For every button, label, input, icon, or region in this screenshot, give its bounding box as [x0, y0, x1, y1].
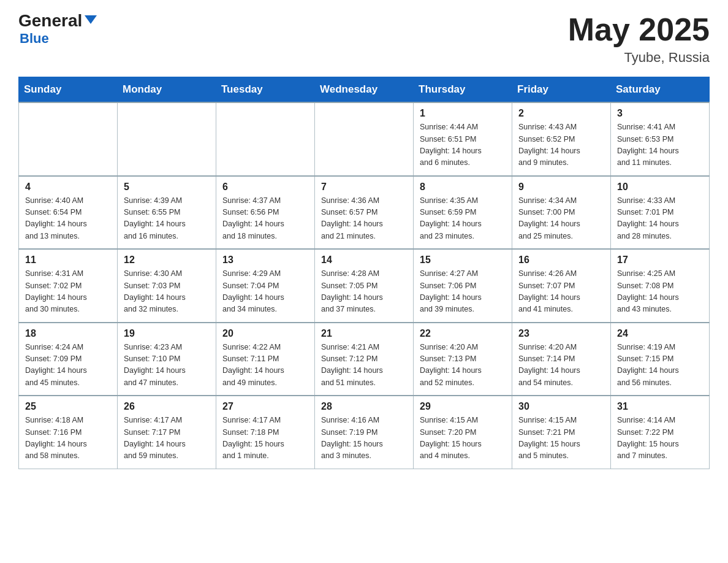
- weekday-header-row: SundayMondayTuesdayWednesdayThursdayFrid…: [19, 77, 710, 103]
- calendar-cell: 1Sunrise: 4:44 AMSunset: 6:51 PMDaylight…: [414, 102, 512, 176]
- day-info: Sunrise: 4:44 AMSunset: 6:51 PMDaylight:…: [420, 121, 506, 169]
- day-number: 1: [420, 108, 506, 119]
- day-info: Sunrise: 4:33 AMSunset: 7:01 PMDaylight:…: [617, 195, 703, 243]
- day-number: 24: [617, 328, 703, 339]
- day-info: Sunrise: 4:28 AMSunset: 7:05 PMDaylight:…: [321, 268, 407, 316]
- calendar-cell: 17Sunrise: 4:25 AMSunset: 7:08 PMDayligh…: [611, 249, 710, 323]
- day-number: 27: [222, 401, 308, 412]
- day-info: Sunrise: 4:41 AMSunset: 6:53 PMDaylight:…: [617, 121, 703, 169]
- day-number: 10: [617, 182, 703, 193]
- day-number: 16: [518, 255, 604, 266]
- weekday-header-thursday: Thursday: [414, 77, 512, 103]
- calendar-cell: 5Sunrise: 4:39 AMSunset: 6:55 PMDaylight…: [118, 176, 216, 250]
- day-info: Sunrise: 4:23 AMSunset: 7:10 PMDaylight:…: [124, 342, 210, 389]
- calendar-cell: 26Sunrise: 4:17 AMSunset: 7:17 PMDayligh…: [118, 396, 216, 469]
- calendar-cell: 7Sunrise: 4:36 AMSunset: 6:57 PMDaylight…: [315, 176, 414, 250]
- day-info: Sunrise: 4:36 AMSunset: 6:57 PMDaylight:…: [321, 195, 407, 243]
- day-number: 25: [25, 401, 111, 412]
- day-info: Sunrise: 4:14 AMSunset: 7:22 PMDaylight:…: [617, 415, 703, 462]
- calendar-cell: 31Sunrise: 4:14 AMSunset: 7:22 PMDayligh…: [611, 396, 710, 469]
- day-info: Sunrise: 4:39 AMSunset: 6:55 PMDaylight:…: [124, 195, 210, 243]
- day-number: 11: [25, 255, 111, 266]
- calendar-cell: 28Sunrise: 4:16 AMSunset: 7:19 PMDayligh…: [315, 396, 414, 469]
- day-info: Sunrise: 4:31 AMSunset: 7:02 PMDaylight:…: [25, 268, 111, 316]
- day-number: 28: [321, 401, 407, 412]
- day-info: Sunrise: 4:30 AMSunset: 7:03 PMDaylight:…: [124, 268, 210, 316]
- calendar-cell: 10Sunrise: 4:33 AMSunset: 7:01 PMDayligh…: [611, 176, 710, 250]
- week-row-2: 4Sunrise: 4:40 AMSunset: 6:54 PMDaylight…: [19, 176, 710, 250]
- day-number: 8: [420, 182, 506, 193]
- logo-blue: Blue: [20, 31, 49, 47]
- day-info: Sunrise: 4:20 AMSunset: 7:13 PMDaylight:…: [420, 342, 506, 389]
- calendar-cell: 16Sunrise: 4:26 AMSunset: 7:07 PMDayligh…: [512, 249, 611, 323]
- calendar-cell: 20Sunrise: 4:22 AMSunset: 7:11 PMDayligh…: [216, 323, 315, 396]
- day-info: Sunrise: 4:43 AMSunset: 6:52 PMDaylight:…: [518, 121, 604, 169]
- day-number: 26: [124, 401, 210, 412]
- day-number: 29: [420, 401, 506, 412]
- weekday-header-tuesday: Tuesday: [216, 77, 315, 103]
- day-number: 3: [617, 108, 703, 119]
- page-header: General Blue May 2025 Tyube, Russia: [18, 12, 710, 66]
- calendar-cell: 13Sunrise: 4:29 AMSunset: 7:04 PMDayligh…: [216, 249, 315, 323]
- day-number: 5: [124, 182, 210, 193]
- day-number: 2: [518, 108, 604, 119]
- day-info: Sunrise: 4:29 AMSunset: 7:04 PMDaylight:…: [222, 268, 308, 316]
- day-number: 4: [25, 182, 111, 193]
- day-number: 12: [124, 255, 210, 266]
- day-info: Sunrise: 4:22 AMSunset: 7:11 PMDaylight:…: [222, 342, 308, 389]
- day-number: 14: [321, 255, 407, 266]
- week-row-5: 25Sunrise: 4:18 AMSunset: 7:16 PMDayligh…: [19, 396, 710, 469]
- day-number: 23: [518, 328, 604, 339]
- logo: General Blue: [18, 12, 97, 47]
- calendar-cell: 29Sunrise: 4:15 AMSunset: 7:20 PMDayligh…: [414, 396, 512, 469]
- calendar-cell: 27Sunrise: 4:17 AMSunset: 7:18 PMDayligh…: [216, 396, 315, 469]
- day-info: Sunrise: 4:25 AMSunset: 7:08 PMDaylight:…: [617, 268, 703, 316]
- day-info: Sunrise: 4:34 AMSunset: 7:00 PMDaylight:…: [518, 195, 604, 243]
- day-number: 9: [518, 182, 604, 193]
- calendar-cell: 19Sunrise: 4:23 AMSunset: 7:10 PMDayligh…: [118, 323, 216, 396]
- calendar-cell: 6Sunrise: 4:37 AMSunset: 6:56 PMDaylight…: [216, 176, 315, 250]
- calendar-cell: 23Sunrise: 4:20 AMSunset: 7:14 PMDayligh…: [512, 323, 611, 396]
- day-info: Sunrise: 4:26 AMSunset: 7:07 PMDaylight:…: [518, 268, 604, 316]
- calendar-cell: 22Sunrise: 4:20 AMSunset: 7:13 PMDayligh…: [414, 323, 512, 396]
- day-number: 17: [617, 255, 703, 266]
- weekday-header-sunday: Sunday: [19, 77, 118, 103]
- calendar-cell: [118, 102, 216, 176]
- day-number: 30: [518, 401, 604, 412]
- calendar-title: May 2025: [568, 12, 710, 47]
- week-row-3: 11Sunrise: 4:31 AMSunset: 7:02 PMDayligh…: [19, 249, 710, 323]
- day-number: 31: [617, 401, 703, 412]
- calendar-cell: 4Sunrise: 4:40 AMSunset: 6:54 PMDaylight…: [19, 176, 118, 250]
- title-block: May 2025 Tyube, Russia: [568, 12, 710, 66]
- calendar-cell: [315, 102, 414, 176]
- day-number: 18: [25, 328, 111, 339]
- day-number: 7: [321, 182, 407, 193]
- calendar-cell: 25Sunrise: 4:18 AMSunset: 7:16 PMDayligh…: [19, 396, 118, 469]
- week-row-4: 18Sunrise: 4:24 AMSunset: 7:09 PMDayligh…: [19, 323, 710, 396]
- day-info: Sunrise: 4:17 AMSunset: 7:18 PMDaylight:…: [222, 415, 308, 462]
- logo-triangle-icon: [85, 15, 97, 24]
- calendar-cell: 15Sunrise: 4:27 AMSunset: 7:06 PMDayligh…: [414, 249, 512, 323]
- calendar-cell: 18Sunrise: 4:24 AMSunset: 7:09 PMDayligh…: [19, 323, 118, 396]
- weekday-header-friday: Friday: [512, 77, 611, 103]
- day-info: Sunrise: 4:35 AMSunset: 6:59 PMDaylight:…: [420, 195, 506, 243]
- calendar-cell: 11Sunrise: 4:31 AMSunset: 7:02 PMDayligh…: [19, 249, 118, 323]
- day-number: 19: [124, 328, 210, 339]
- day-info: Sunrise: 4:16 AMSunset: 7:19 PMDaylight:…: [321, 415, 407, 462]
- calendar-cell: 9Sunrise: 4:34 AMSunset: 7:00 PMDaylight…: [512, 176, 611, 250]
- calendar-cell: [216, 102, 315, 176]
- day-number: 13: [222, 255, 308, 266]
- day-number: 22: [420, 328, 506, 339]
- day-info: Sunrise: 4:19 AMSunset: 7:15 PMDaylight:…: [617, 342, 703, 389]
- day-number: 21: [321, 328, 407, 339]
- weekday-header-wednesday: Wednesday: [315, 77, 414, 103]
- day-info: Sunrise: 4:15 AMSunset: 7:21 PMDaylight:…: [518, 415, 604, 462]
- day-info: Sunrise: 4:40 AMSunset: 6:54 PMDaylight:…: [25, 195, 111, 243]
- calendar-cell: 30Sunrise: 4:15 AMSunset: 7:21 PMDayligh…: [512, 396, 611, 469]
- day-number: 6: [222, 182, 308, 193]
- calendar-location: Tyube, Russia: [568, 50, 710, 66]
- day-info: Sunrise: 4:27 AMSunset: 7:06 PMDaylight:…: [420, 268, 506, 316]
- calendar-cell: 2Sunrise: 4:43 AMSunset: 6:52 PMDaylight…: [512, 102, 611, 176]
- calendar-cell: [19, 102, 118, 176]
- day-info: Sunrise: 4:20 AMSunset: 7:14 PMDaylight:…: [518, 342, 604, 389]
